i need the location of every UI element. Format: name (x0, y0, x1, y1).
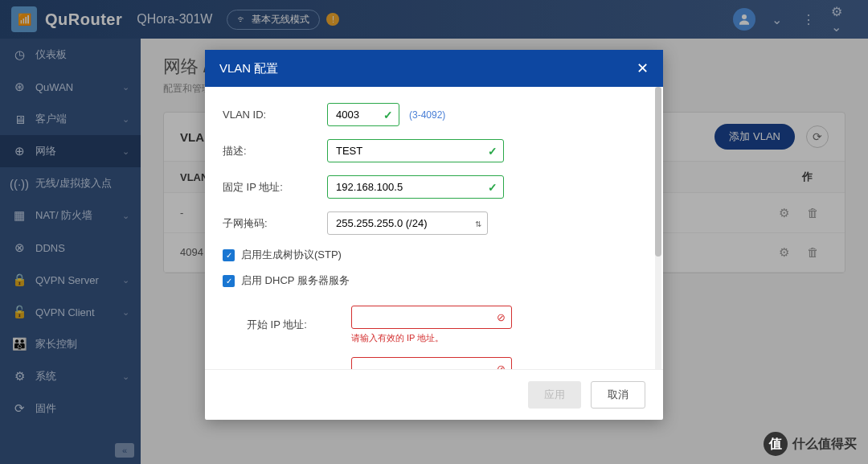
modal-footer: 应用 取消 (205, 369, 663, 420)
stp-label: 启用生成树协议(STP) (241, 248, 342, 262)
watermark-icon: 值 (764, 432, 788, 456)
desc-label: 描述: (223, 144, 327, 158)
watermark: 值 什么值得买 (764, 432, 857, 456)
check-icon: ✓ (488, 145, 497, 158)
dhcp-label: 启用 DHCP 服务器服务 (241, 273, 350, 288)
start-ip-label: 开始 IP 地址: (247, 318, 351, 332)
modal-overlay: VLAN 配置 ✕ VLAN ID: ✓ (3-4092) 描述: ✓ (0, 0, 868, 464)
vlan-id-label: VLAN ID: (223, 109, 327, 121)
apply-button[interactable]: 应用 (528, 381, 581, 409)
close-icon[interactable]: ✕ (637, 60, 649, 77)
scrollbar-thumb[interactable] (655, 87, 661, 257)
start-ip-error: 请输入有效的 IP 地址。 (351, 332, 512, 344)
check-icon: ✓ (488, 181, 497, 194)
error-icon: ⊘ (497, 363, 506, 369)
end-ip-input[interactable] (351, 357, 512, 369)
error-icon: ⊘ (497, 311, 506, 323)
modal-header: VLAN 配置 ✕ (205, 50, 663, 87)
cancel-button[interactable]: 取消 (591, 381, 645, 409)
dhcp-checkbox[interactable]: ✓ (223, 275, 235, 287)
ip-label: 固定 IP 地址: (223, 180, 327, 195)
mask-label: 子网掩码: (223, 216, 327, 231)
modal-body: VLAN ID: ✓ (3-4092) 描述: ✓ 固定 IP 地址: ✓ (205, 87, 663, 369)
start-ip-input[interactable] (351, 306, 512, 329)
ip-input[interactable] (327, 175, 504, 199)
mask-select[interactable]: 255.255.255.0 (/24) (327, 211, 488, 235)
desc-input[interactable] (327, 139, 504, 162)
stp-checkbox[interactable]: ✓ (223, 249, 235, 261)
modal-title: VLAN 配置 (219, 61, 278, 76)
check-icon: ✓ (383, 109, 393, 121)
vlan-config-modal: VLAN 配置 ✕ VLAN ID: ✓ (3-4092) 描述: ✓ (205, 50, 663, 420)
vlan-id-hint: (3-4092) (409, 109, 445, 121)
